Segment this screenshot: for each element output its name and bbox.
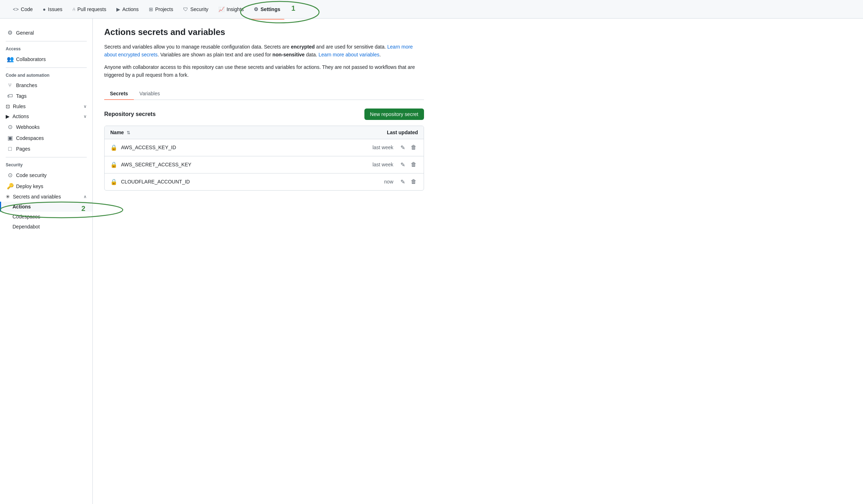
tab-variables[interactable]: Variables [134,88,166,100]
secrets-variables-tabs: Secrets Variables [104,88,424,100]
actions-icon: ▶ [116,6,120,12]
lock-icon: 🔒 [110,178,117,185]
rules-icon: ⊡ [6,104,10,109]
secrets-icon: ✳ [6,194,10,200]
row-right-cloudflare: now ✎ 🗑 [384,178,418,186]
annotation-number-1: 1 [291,4,295,12]
sidebar-item-secrets-actions[interactable]: Actions [0,202,92,212]
settings-sidebar: ⚙ General Access 👥 Collaborators Code an… [0,19,93,504]
row-actions-aws-access: ✎ 🗑 [399,143,418,152]
repo-secrets-header: Repository secrets New repository secret [104,109,424,120]
sidebar-item-code-security[interactable]: ⊙ Code security [0,170,92,181]
actions-chevron-icon: ∨ [84,114,87,119]
table-row: 🔒 CLOUDFLARE_ACCOUNT_ID now ✎ 🗑 [105,173,424,190]
delete-aws-access-key-button[interactable]: 🗑 [409,143,418,151]
main-content: Actions secrets and variables Secrets an… [93,19,435,504]
sidebar-label-security: Security [0,160,92,170]
sidebar-label-access: Access [0,44,92,54]
sidebar-item-codespaces[interactable]: ▣ Codespaces [0,132,92,143]
sidebar-divider-1 [6,41,87,41]
sidebar-item-rules[interactable]: ⊡ Rules ∨ [0,101,92,111]
row-actions-aws-secret: ✎ 🗑 [399,161,418,169]
edit-aws-access-key-button[interactable]: ✎ [399,143,407,152]
webhooks-icon: ⊙ [7,124,13,130]
key-icon: 🔑 [7,183,13,190]
sidebar-secrets-actions-wrapper: Actions 2 [0,202,92,212]
edit-cloudflare-button[interactable]: ✎ [399,178,407,186]
page-layout: ⚙ General Access 👥 Collaborators Code an… [0,19,863,504]
projects-icon: ⊞ [149,6,153,12]
description-para1: Secrets and variables allow you to manag… [104,43,424,59]
sidebar-item-collaborators[interactable]: 👥 Collaborators [0,54,92,65]
nav-issues[interactable]: ● Issues [39,4,67,15]
last-updated-aws-access: last week [373,145,393,150]
code-icon: <> [13,6,19,12]
sidebar-section-security: Security ⊙ Code security 🔑 Deploy keys ✳… [0,160,92,232]
link-variables[interactable]: Learn more about variables [319,52,379,57]
sidebar-item-secrets-variables[interactable]: ✳ Secrets and variables ∧ [0,192,92,202]
sidebar-item-actions[interactable]: ▶ Actions ∨ [0,111,92,121]
secrets-chevron-icon: ∧ [84,194,87,199]
tags-icon: 🏷 [7,93,13,99]
sidebar-section-access: Access 👥 Collaborators [0,44,92,65]
sidebar-item-secrets-codespaces[interactable]: Codespaces [0,212,92,222]
sidebar-divider-2 [6,67,87,68]
insights-icon: 📈 [218,6,224,12]
top-navigation: <> Code ● Issues ⑃ Pull requests ▶ Actio… [0,0,863,19]
row-actions-cloudflare: ✎ 🗑 [399,178,418,186]
branches-icon: ⑂ [7,82,13,89]
gear-icon: ⚙ [7,29,13,36]
table-col-last-updated: Last updated [387,130,418,135]
repo-secrets-title: Repository secrets [104,111,156,117]
collaborators-icon: 👥 [7,56,13,62]
row-right-aws-secret: last week ✎ 🗑 [373,161,418,169]
last-updated-aws-secret: last week [373,162,393,167]
nav-actions[interactable]: ▶ Actions [112,4,143,15]
sidebar-section-general: ⚙ General [0,27,92,38]
pr-icon: ⑃ [72,6,75,12]
sidebar-item-tags[interactable]: 🏷 Tags [0,91,92,101]
table-col-name: Name ⇅ [110,130,130,135]
issues-icon: ● [43,6,46,12]
nav-security[interactable]: 🛡 Security [179,4,213,15]
description-para2: Anyone with collaborator access to this … [104,63,424,79]
nav-pull-requests[interactable]: ⑃ Pull requests [68,4,111,15]
lock-icon: 🔒 [110,161,117,168]
new-repository-secret-button[interactable]: New repository secret [364,109,424,120]
last-updated-cloudflare: now [384,179,393,185]
actions-sidebar-icon: ▶ [6,114,10,119]
secret-name-aws-secret-key: 🔒 AWS_SECRET_ACCESS_KEY [110,161,191,168]
tab-secrets[interactable]: Secrets [104,88,134,100]
codespaces-icon: ▣ [7,135,13,141]
delete-cloudflare-button[interactable]: 🗑 [409,178,418,186]
pages-icon: □ [7,146,13,152]
sidebar-item-general[interactable]: ⚙ General [0,27,92,38]
sidebar-divider-3 [6,157,87,157]
row-right-aws-access: last week ✎ 🗑 [373,143,418,152]
table-row: 🔒 AWS_ACCESS_KEY_ID last week ✎ 🗑 [105,139,424,156]
code-security-icon: ⊙ [7,172,13,178]
settings-icon: ⚙ [254,6,258,12]
table-row: 🔒 AWS_SECRET_ACCESS_KEY last week ✎ 🗑 [105,156,424,173]
secrets-table: Name ⇅ Last updated 🔒 AWS_ACCESS_KEY_ID … [104,126,424,191]
secret-name-aws-access-key: 🔒 AWS_ACCESS_KEY_ID [110,144,176,151]
nav-settings[interactable]: ⚙ Settings [249,4,284,15]
table-header: Name ⇅ Last updated [105,126,424,139]
sidebar-item-webhooks[interactable]: ⊙ Webhooks [0,121,92,132]
nav-insights[interactable]: 📈 Insights [214,4,248,15]
sidebar-item-pages[interactable]: □ Pages [0,143,92,154]
nav-projects[interactable]: ⊞ Projects [145,4,178,15]
sidebar-item-branches[interactable]: ⑂ Branches [0,80,92,91]
nav-code[interactable]: <> Code [9,4,37,15]
security-icon: 🛡 [183,6,188,12]
delete-aws-secret-key-button[interactable]: 🗑 [409,161,418,168]
sidebar-item-deploy-keys[interactable]: 🔑 Deploy keys [0,181,92,192]
secret-name-cloudflare: 🔒 CLOUDFLARE_ACCOUNT_ID [110,178,190,185]
sidebar-section-code-automation: Code and automation ⑂ Branches 🏷 Tags ⊡ … [0,71,92,154]
page-title: Actions secrets and variables [104,27,424,37]
rules-chevron-icon: ∨ [84,104,87,109]
lock-icon: 🔒 [110,144,117,151]
sidebar-label-code-automation: Code and automation [0,71,92,80]
sidebar-item-secrets-dependabot[interactable]: Dependabot [0,222,92,232]
edit-aws-secret-key-button[interactable]: ✎ [399,161,407,169]
